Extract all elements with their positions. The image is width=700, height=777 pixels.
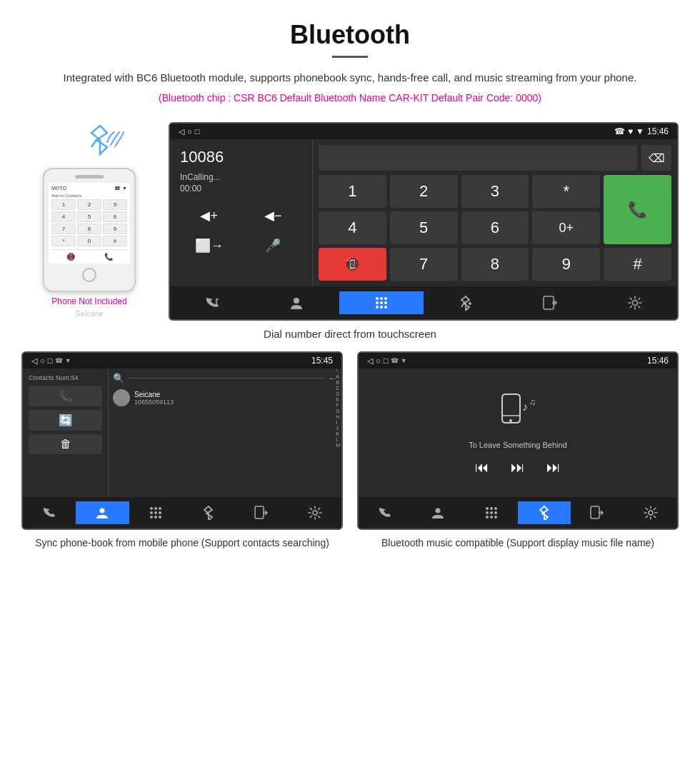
dial-area: 10086 InCalling... 00:00 ◀+ ◀− ⬜→ 🎤 xyxy=(170,139,677,286)
android-status-bar: ◁ ○ □ ☎ ♥ ▼ 15:46 xyxy=(170,124,677,139)
key-star[interactable]: * xyxy=(532,175,600,208)
key-8[interactable]: 8 xyxy=(461,248,529,281)
phone-key-5[interactable]: 5 xyxy=(77,211,101,222)
phone-status-bar: MOTO☎ ▼ xyxy=(51,186,127,191)
music-play-btn[interactable]: ⏭ xyxy=(511,459,525,476)
nav-settings[interactable] xyxy=(593,291,677,315)
music-recents-icon[interactable]: □ xyxy=(384,356,389,365)
svg-rect-41 xyxy=(591,506,599,518)
key-hash[interactable]: # xyxy=(604,248,671,281)
svg-point-15 xyxy=(100,508,105,513)
key-call-green[interactable]: 📞 xyxy=(604,175,671,244)
svg-point-16 xyxy=(150,507,153,510)
phone-key-6[interactable]: 6 xyxy=(103,211,127,222)
phone-key-9[interactable]: 9 xyxy=(103,224,127,234)
nav-contacts[interactable] xyxy=(254,291,339,315)
key-3[interactable]: 3 xyxy=(461,175,529,208)
phone-key-7[interactable]: 7 xyxy=(51,224,76,234)
contacts-num: Contacts Num:54 xyxy=(29,374,102,381)
key-2[interactable]: 2 xyxy=(390,175,458,208)
phone-mock: MOTO☎ ▼ Add to Contacts 1 2 3 4 5 6 7 8 … xyxy=(43,168,136,292)
car-nav-bar-music xyxy=(359,497,677,528)
main-content: MOTO☎ ▼ Add to Contacts 1 2 3 4 5 6 7 8 … xyxy=(0,122,700,321)
phone-key-0[interactable]: 0 xyxy=(77,236,101,246)
svg-point-42 xyxy=(649,511,653,515)
music-nav-bluetooth[interactable] xyxy=(518,501,571,524)
music-nav-contacts[interactable] xyxy=(411,501,464,524)
key-5[interactable]: 5 xyxy=(390,211,458,244)
mute-btn[interactable]: 🎤 xyxy=(244,234,303,258)
phone-key-star[interactable]: * xyxy=(51,236,76,246)
contacts-home-icon[interactable]: ○ xyxy=(40,356,45,365)
contact-call-btn[interactable]: 📞 xyxy=(29,386,102,406)
nav-exit[interactable] xyxy=(508,291,592,315)
key-0plus[interactable]: 0+ xyxy=(532,211,600,244)
car-nav-bar-contacts xyxy=(23,497,341,528)
svg-point-38 xyxy=(486,516,489,518)
svg-point-14 xyxy=(632,301,637,306)
phone-signal-icon: ☎ xyxy=(614,126,625,136)
dial-caption: Dial number direct from touchscreen xyxy=(0,328,700,340)
volume-up-btn[interactable]: ◀+ xyxy=(180,204,239,228)
music-nav-settings[interactable] xyxy=(624,501,677,524)
music-back-icon[interactable]: ◁ xyxy=(367,356,373,366)
back-icon[interactable]: ◁ xyxy=(179,127,184,136)
music-nav-dialpad[interactable] xyxy=(465,502,518,523)
svg-point-19 xyxy=(150,511,153,514)
nav-dialpad[interactable] xyxy=(339,291,424,314)
contacts-nav-bluetooth[interactable] xyxy=(182,501,235,524)
home-icon[interactable]: ○ xyxy=(187,127,192,136)
contacts-nav-contacts[interactable] xyxy=(76,501,129,524)
contacts-nav-phone[interactable] xyxy=(23,503,76,523)
phone-home-button[interactable] xyxy=(82,268,96,282)
phone-key-4[interactable]: 4 xyxy=(51,211,76,222)
dial-backspace-btn[interactable]: ⌫ xyxy=(641,145,671,171)
key-6[interactable]: 6 xyxy=(461,211,529,244)
phone-key-1[interactable]: 1 xyxy=(51,199,76,210)
key-4[interactable]: 4 xyxy=(319,211,386,244)
car-screen-contacts: ◁ ○ □ ☎ ▼ 15:45 Contacts Num:54 📞 🔄 🗑 xyxy=(21,351,343,530)
contact-avatar xyxy=(113,389,130,406)
svg-point-28 xyxy=(509,419,512,422)
key-9[interactable]: 9 xyxy=(532,248,600,281)
contacts-search-input[interactable] xyxy=(127,378,325,379)
phone-key-hash[interactable]: # xyxy=(103,236,127,246)
music-nav-phone[interactable] xyxy=(359,503,411,523)
keypad-grid: 1 2 3 * 📞 4 5 6 0+ 📵 7 8 9 # xyxy=(319,175,671,281)
volume-down-btn[interactable]: ◀− xyxy=(244,204,303,228)
nav-bluetooth[interactable] xyxy=(424,291,508,315)
contacts-recents-icon[interactable]: □ xyxy=(48,356,53,365)
key-end-red[interactable]: 📵 xyxy=(319,248,386,281)
contact-delete-btn[interactable]: 🗑 xyxy=(29,434,102,454)
music-nav-exit[interactable] xyxy=(571,501,624,524)
svg-point-2 xyxy=(294,298,299,304)
contacts-nav-dialpad[interactable] xyxy=(129,502,182,523)
contacts-back-icon[interactable]: ◁ xyxy=(31,356,37,366)
dial-input-field[interactable] xyxy=(319,145,637,171)
svg-point-11 xyxy=(384,306,387,309)
contact-sync-btn[interactable]: 🔄 xyxy=(29,410,102,431)
phone-call-icon[interactable]: 📞 xyxy=(104,253,113,261)
key-7[interactable]: 7 xyxy=(390,248,458,281)
status-right: ☎ ♥ ▼ 15:46 xyxy=(614,126,669,136)
phone-key-3[interactable]: 3 xyxy=(103,199,127,210)
transfer-btn[interactable]: ⬜→ xyxy=(180,234,239,258)
contacts-nav-settings[interactable] xyxy=(289,501,341,524)
phone-not-included-label: Phone Not Included xyxy=(51,296,126,306)
phone-key-2[interactable]: 2 xyxy=(77,199,101,210)
phone-end-icon[interactable]: 📵 xyxy=(66,253,75,261)
contacts-nav-exit[interactable] xyxy=(235,501,288,524)
svg-point-23 xyxy=(154,516,157,518)
music-next-btn[interactable]: ⏭ xyxy=(546,459,561,476)
key-1[interactable]: 1 xyxy=(319,175,386,208)
music-icon-area: ♪ ♫ xyxy=(496,391,539,433)
nav-phone[interactable] xyxy=(170,292,254,314)
contacts-status-bar: ◁ ○ □ ☎ ▼ 15:45 xyxy=(23,353,341,369)
contact-info: Seicane 10655059113 xyxy=(134,391,337,406)
recents-icon[interactable]: □ xyxy=(195,127,200,136)
music-home-icon[interactable]: ○ xyxy=(376,356,381,365)
music-prev-btn[interactable]: ⏮ xyxy=(475,459,489,476)
phone-key-8[interactable]: 8 xyxy=(77,224,101,234)
dial-left-panel: 10086 InCalling... 00:00 ◀+ ◀− ⬜→ 🎤 xyxy=(170,139,313,286)
contact-name[interactable]: Seicane xyxy=(134,391,337,398)
